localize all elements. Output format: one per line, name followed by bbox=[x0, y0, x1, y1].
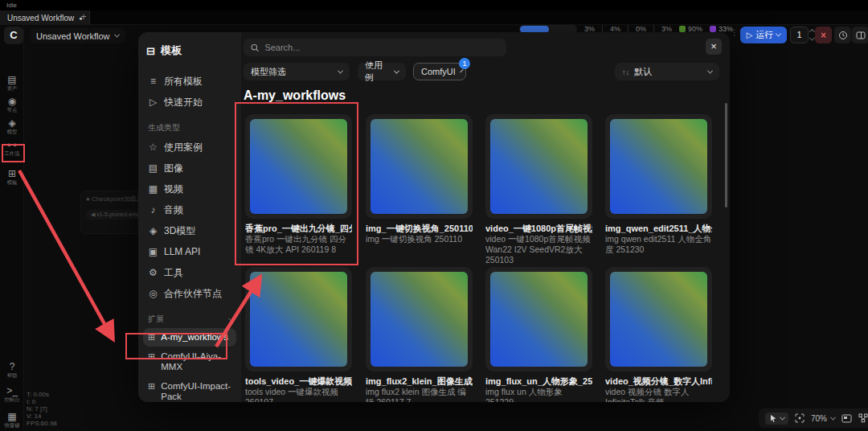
nav-all-templates[interactable]: ≡ 所有模板 bbox=[146, 71, 233, 92]
templates-grid-icon: ⊟ bbox=[146, 45, 155, 57]
card-title[interactable]: img_一键切换视角_250110 bbox=[366, 223, 473, 235]
history-button[interactable] bbox=[834, 27, 851, 43]
template-card-thumb[interactable] bbox=[245, 114, 352, 219]
chevron-down-icon bbox=[776, 31, 781, 37]
chat-icon: ▣ bbox=[148, 246, 158, 257]
nav-ext-a-my-workflows[interactable]: ⊞ A-my_workflows bbox=[143, 328, 236, 347]
stop-button[interactable]: × bbox=[815, 27, 832, 43]
workflows-icon: ⊶ bbox=[0, 140, 24, 150]
workflow-tab-bar: Unsaved Workflow ● + bbox=[0, 10, 868, 25]
workflow-menu-button[interactable]: Unsaved Workflow bbox=[30, 28, 125, 43]
card-title[interactable]: video_一键1080p首尾帧视频... bbox=[485, 223, 592, 235]
graph-view-button[interactable] bbox=[858, 413, 868, 423]
sidebar-item-help[interactable]: ? 帮助 bbox=[0, 362, 24, 379]
fit-view-button[interactable] bbox=[795, 413, 805, 423]
templates-nav-panel: ⊟ 模板 ≡ 所有模板 ▷ 快速开始 生成类型 ☆ 使用案例 ▤ 图像 bbox=[138, 32, 241, 402]
section-title: A-my_workflows bbox=[244, 88, 346, 103]
sidebar-item-nodes[interactable]: ◉ 节点 bbox=[0, 96, 24, 113]
sort-label: ↑↓默认 bbox=[622, 66, 652, 78]
nav-use-cases[interactable]: ☆ 使用案例 bbox=[146, 137, 233, 158]
stat-time: T: 0.00s bbox=[27, 391, 57, 398]
card-subtitle: img flux2 klein 图像生成 编辑 260117 7 bbox=[366, 387, 473, 402]
graph-icon bbox=[858, 413, 868, 423]
card-subtitle: 香蕉pro 一键出九分镜 四分镜 4K放大 API 260119 8 bbox=[245, 234, 352, 255]
template-card-thumb[interactable] bbox=[245, 267, 352, 371]
comfyui-logo[interactable]: C bbox=[4, 27, 23, 44]
card-title[interactable]: img_flux2_klein_图像生成_编辑... bbox=[366, 376, 473, 388]
template-card-thumb[interactable] bbox=[485, 114, 592, 219]
assets-label: 资产 bbox=[2, 84, 23, 91]
sidebar-item-models[interactable]: ◈ 模型 bbox=[0, 118, 24, 135]
nav-tools[interactable]: ⚙ 工具 bbox=[146, 262, 233, 283]
sidebar-item-workflows[interactable]: ⊶ 工作流 bbox=[0, 140, 24, 157]
nav-ext-comfyui-aiya-mmx[interactable]: ⊞ ComfyUI-Aiya-MMX bbox=[143, 347, 236, 376]
card-title[interactable]: video_视频分镜_数字人InfiniteTalk_... bbox=[605, 376, 712, 388]
zoom-level-dropdown[interactable]: 70% bbox=[811, 414, 835, 423]
chevron-down-icon bbox=[707, 68, 713, 73]
card-title[interactable]: img_flux_un_人物形象_251229 bbox=[485, 376, 592, 388]
run-label: 运行 bbox=[755, 29, 773, 41]
status-bar: Idle bbox=[0, 0, 868, 10]
template-card-thumb[interactable] bbox=[485, 267, 592, 371]
puzzle-icon: ⊞ bbox=[148, 332, 155, 343]
gear-icon: ⚙ bbox=[148, 267, 158, 278]
nav-3d-model[interactable]: ◈ 3D模型 bbox=[146, 220, 233, 241]
search-icon bbox=[251, 43, 259, 52]
template-card-thumb[interactable] bbox=[605, 114, 712, 219]
panel-toggle-button[interactable] bbox=[852, 27, 868, 43]
quick-start-label: 快速开始 bbox=[164, 96, 203, 109]
sort-dropdown[interactable]: ↑↓默认 bbox=[615, 63, 719, 80]
pointer-tool-button[interactable] bbox=[765, 413, 788, 425]
card-title[interactable]: tools_video_一键爆款视频_260107 bbox=[245, 376, 352, 388]
sidebar-item-assets[interactable]: ▤ 资产 bbox=[0, 75, 24, 92]
image-icon: ▤ bbox=[148, 162, 158, 174]
new-tab-button[interactable]: + bbox=[77, 11, 90, 24]
nav-partner-nodes[interactable]: ◎ 合作伙伴节点 bbox=[146, 283, 233, 304]
source-filter-label: ComfyUI bbox=[421, 67, 456, 76]
run-count-input[interactable]: 1 bbox=[790, 27, 809, 43]
nav-video[interactable]: ▦ 视频 bbox=[146, 179, 233, 199]
search-input[interactable] bbox=[264, 43, 499, 52]
stat-nodes: N: 7 [7] bbox=[27, 405, 57, 413]
use-case-filter-dropdown[interactable]: 使用例 bbox=[358, 63, 406, 80]
nav-audio[interactable]: ♪ 音频 bbox=[146, 199, 233, 220]
section-extensions[interactable]: 扩展 bbox=[148, 314, 233, 325]
card-thumbnail-gradient bbox=[250, 119, 347, 214]
nav-llm-api[interactable]: ▣ LLM API bbox=[146, 241, 233, 262]
run-button[interactable]: ▷ 运行 bbox=[740, 27, 787, 43]
app-window: Idle Unsaved Workflow ● + ▤ 资产 ◉ 节点 ◈ 模型… bbox=[0, 0, 868, 431]
console-label: 控制台 bbox=[2, 396, 23, 402]
card-title[interactable]: 香蕉pro_一键出九分镜_四分镜_4K放... bbox=[245, 223, 352, 235]
template-card-thumb[interactable] bbox=[605, 267, 712, 371]
nav-quick-start[interactable]: ▷ 快速开始 bbox=[146, 92, 233, 113]
nav-image[interactable]: ▤ 图像 bbox=[146, 158, 233, 179]
tools-label: 工具 bbox=[164, 266, 183, 280]
nav-ext-comfyui-impact-pack[interactable]: ⊞ ComfyUI-Impact-Pack bbox=[143, 377, 236, 402]
canvas-controls: 70% bbox=[759, 408, 868, 428]
left-sidebar: ▤ 资产 ◉ 节点 ◈ 模型 ⊶ 工作流 ⊞ 模板 ? 帮助 >_ 控制台 ▦ bbox=[0, 25, 24, 431]
workflows-label: 工作流 bbox=[2, 150, 23, 156]
card-thumbnail-gradient bbox=[490, 119, 588, 214]
sidebar-item-shortcuts[interactable]: ▦ 快捷键 bbox=[0, 412, 24, 429]
template-card-thumb[interactable] bbox=[366, 267, 473, 371]
sidebar-item-templates[interactable]: ⊞ 模板 bbox=[0, 169, 24, 186]
scrollbar[interactable] bbox=[725, 103, 727, 207]
partner-icon: ◎ bbox=[148, 288, 158, 299]
template-card-thumb[interactable] bbox=[366, 114, 473, 219]
play-icon: ▷ bbox=[148, 96, 158, 108]
model-filter-dropdown[interactable]: 模型筛选 bbox=[244, 63, 350, 80]
sidebar-item-console[interactable]: >_ 控制台 bbox=[0, 386, 24, 403]
templates-header: ⊟ 模板 bbox=[146, 43, 233, 58]
card-subtitle: video 视频分镜 数字人InfiniteTalk 音频 bbox=[605, 387, 712, 402]
template-search[interactable] bbox=[244, 39, 506, 56]
close-button[interactable]: × bbox=[706, 39, 722, 55]
card-thumbnail-gradient bbox=[610, 272, 707, 367]
minimap-button[interactable] bbox=[841, 414, 852, 423]
models-label: 模型 bbox=[2, 128, 23, 134]
video-icon: ▦ bbox=[148, 183, 158, 195]
card-title[interactable]: img_qwen_edit2511_人物全角度... bbox=[605, 223, 712, 235]
chevron-down-icon bbox=[394, 68, 399, 73]
all-templates-label: 所有模板 bbox=[164, 75, 203, 88]
chevron-down-icon bbox=[780, 414, 785, 420]
source-filter-dropdown[interactable]: ComfyUI 1 bbox=[413, 63, 466, 80]
